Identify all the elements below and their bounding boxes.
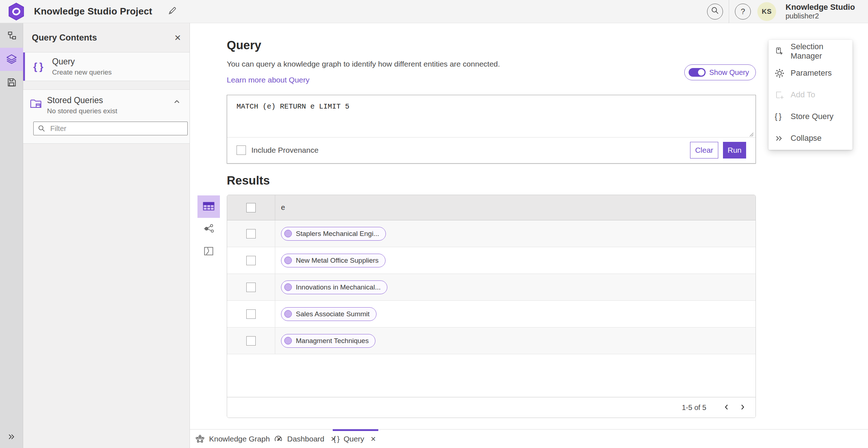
select-all-checkbox[interactable] bbox=[246, 203, 256, 212]
panel-header: Query Contents × bbox=[23, 23, 190, 52]
entity-label: Staplers Mechanical Engi... bbox=[296, 230, 379, 238]
rail-item-save[interactable] bbox=[0, 71, 23, 94]
learn-more-link[interactable]: Learn more about Query bbox=[227, 76, 310, 84]
double-chevron-right-icon bbox=[775, 134, 786, 143]
table-empty-space bbox=[227, 354, 756, 397]
rail-item-layers[interactable] bbox=[0, 48, 23, 71]
help-button[interactable]: ? bbox=[735, 4, 751, 20]
table-footer: 1-5 of 5 bbox=[227, 397, 756, 418]
panel-close-button[interactable]: × bbox=[172, 31, 183, 44]
pagination-label: 1-5 of 5 bbox=[682, 403, 706, 412]
query-item-description: Create new queries bbox=[52, 68, 112, 76]
toggle-switch-on[interactable] bbox=[689, 68, 706, 77]
entity-dot-icon bbox=[284, 310, 292, 318]
menu-item-add-to: Add To bbox=[769, 84, 852, 106]
filter-field bbox=[33, 122, 188, 135]
menu-item-parameters[interactable]: Parameters bbox=[769, 62, 852, 84]
table-row: Staplers Mechanical Engi... bbox=[227, 220, 756, 247]
chevron-right-icon bbox=[739, 403, 746, 412]
knowledge-graph-icon bbox=[195, 434, 205, 444]
show-query-label: Show Query bbox=[709, 68, 749, 77]
app-logo-icon[interactable] bbox=[8, 3, 25, 21]
header-actions: ? KS Knowledge Studio publisher2 bbox=[707, 0, 868, 23]
icon-rail bbox=[0, 23, 23, 448]
entity-dot-icon bbox=[284, 230, 292, 237]
menu-item-store-query[interactable]: { } Store Query bbox=[769, 106, 852, 127]
close-tab-button[interactable]: × bbox=[369, 435, 377, 443]
entity-pill[interactable]: Sales Associate Summit bbox=[281, 307, 376, 321]
query-item-label: Query bbox=[52, 57, 112, 67]
entity-pill[interactable]: New Metal Office Suppliers bbox=[281, 254, 386, 267]
pagination-next-button[interactable] bbox=[735, 400, 750, 415]
filter-input[interactable] bbox=[33, 122, 188, 135]
tab-dashboard[interactable]: Dashboard × bbox=[274, 430, 337, 448]
user-block[interactable]: Knowledge Studio publisher2 bbox=[786, 3, 861, 20]
save-icon bbox=[7, 77, 17, 88]
row-checkbox[interactable] bbox=[246, 256, 256, 265]
entity-label: Sales Associate Summit bbox=[296, 310, 370, 318]
include-provenance-label: Include Provenance bbox=[251, 146, 319, 155]
entity-pill[interactable]: Staplers Mechanical Engi... bbox=[281, 227, 386, 241]
tab-knowledge-graph[interactable]: Knowledge Graph × bbox=[195, 430, 283, 448]
stored-queries-description: No stored queries exist bbox=[47, 107, 117, 115]
search-button[interactable] bbox=[707, 4, 723, 20]
tab-query[interactable]: { } Query × bbox=[333, 430, 377, 448]
include-provenance-checkbox[interactable] bbox=[237, 145, 246, 155]
chevron-left-icon bbox=[723, 403, 731, 412]
results-heading: Results bbox=[227, 174, 270, 187]
avatar[interactable]: KS bbox=[757, 2, 776, 21]
project-title: Knowledge Studio Project bbox=[34, 6, 152, 17]
braces-icon: { } bbox=[333, 435, 339, 443]
pencil-icon bbox=[167, 6, 177, 17]
panel-title: Query Contents bbox=[32, 33, 97, 43]
link-chart-icon bbox=[203, 223, 214, 235]
stored-queries-header[interactable]: Stored Queries No stored queries exist bbox=[30, 96, 183, 115]
edit-title-button[interactable] bbox=[166, 5, 178, 18]
table-row: Managment Techniques bbox=[227, 327, 756, 354]
column-header-e: e bbox=[275, 195, 285, 220]
clear-button[interactable]: Clear bbox=[690, 142, 718, 159]
context-menu: Selection Manager Parameters bbox=[769, 40, 852, 150]
app-window: Knowledge Studio Project ? KS bbox=[0, 0, 868, 448]
view-link-chart-button[interactable] bbox=[197, 218, 220, 240]
folder-icon bbox=[30, 96, 47, 111]
entity-label: New Metal Office Suppliers bbox=[296, 257, 379, 265]
row-checkbox[interactable] bbox=[246, 229, 256, 238]
entity-pill[interactable]: Innovations in Mechanical... bbox=[281, 280, 387, 294]
table-row: Sales Associate Summit bbox=[227, 301, 756, 327]
query-editor-card: MATCH (e) RETURN e LIMIT 5 Include Prove… bbox=[227, 95, 756, 164]
user-name: publisher2 bbox=[786, 12, 861, 20]
hierarchy-icon bbox=[7, 31, 17, 42]
query-description: You can query a knowledge graph to ident… bbox=[227, 60, 500, 68]
row-checkbox[interactable] bbox=[246, 336, 256, 346]
menu-item-collapse[interactable]: Collapse bbox=[769, 127, 852, 149]
view-table-button[interactable] bbox=[197, 195, 220, 218]
panel-spacer bbox=[23, 81, 190, 89]
collapse-section-button[interactable] bbox=[171, 96, 183, 109]
map-icon bbox=[203, 246, 214, 258]
double-chevron-right-icon bbox=[7, 432, 16, 442]
rail-item-hierarchy[interactable] bbox=[0, 25, 23, 48]
entity-pill[interactable]: Managment Techniques bbox=[281, 334, 375, 348]
panel-item-query[interactable]: { } Query Create new queries bbox=[23, 52, 190, 81]
user-app-name: Knowledge Studio bbox=[786, 3, 861, 12]
results-view-switcher bbox=[197, 195, 220, 263]
close-icon: × bbox=[174, 31, 181, 43]
braces-icon: { } bbox=[33, 61, 52, 72]
table-icon bbox=[203, 200, 215, 213]
gear-icon bbox=[775, 68, 786, 78]
menu-item-selection-manager[interactable]: Selection Manager bbox=[769, 41, 852, 62]
entity-label: Innovations in Mechanical... bbox=[296, 283, 380, 291]
expand-rail-button[interactable] bbox=[0, 429, 23, 445]
row-checkbox[interactable] bbox=[246, 309, 256, 319]
view-map-button[interactable] bbox=[197, 240, 220, 263]
query-editor-input[interactable]: MATCH (e) RETURN e LIMIT 5 bbox=[227, 95, 756, 138]
run-button[interactable]: Run bbox=[723, 142, 746, 159]
tab-bar: Knowledge Graph × Dashboard × { } Query bbox=[190, 429, 868, 448]
pagination-prev-button[interactable] bbox=[719, 400, 735, 415]
chevron-up-icon bbox=[173, 101, 181, 107]
entity-dot-icon bbox=[284, 257, 292, 264]
show-query-toggle[interactable]: Show Query bbox=[684, 64, 756, 80]
row-checkbox[interactable] bbox=[246, 283, 256, 292]
entity-label: Managment Techniques bbox=[296, 337, 369, 345]
